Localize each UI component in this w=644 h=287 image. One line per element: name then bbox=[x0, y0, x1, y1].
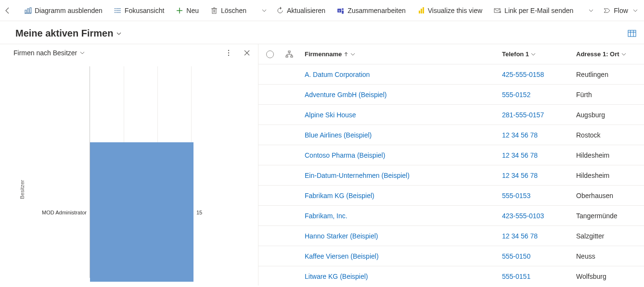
svg-rect-12 bbox=[212, 9, 216, 13]
teams-icon: T bbox=[337, 7, 345, 14]
phone-link[interactable]: 555-0152 bbox=[502, 91, 530, 99]
email-dropdown[interactable] bbox=[586, 2, 596, 19]
column-header-phone-text: Telefon 1 bbox=[502, 50, 529, 58]
flow-button[interactable]: Flow bbox=[598, 2, 643, 19]
table-row[interactable]: Fabrikam, Inc.423-555-0103Tangermünde bbox=[258, 206, 644, 226]
table-row[interactable]: Fabrikam KG (Beispiel)555-0153Oberhausen bbox=[258, 186, 644, 206]
chart-header: Firmen nach Besitzer bbox=[0, 44, 258, 57]
city-text: Hildesheim bbox=[576, 172, 609, 179]
chart-y-axis-label: Besitzer bbox=[19, 180, 25, 199]
sort-asc-icon bbox=[344, 52, 348, 57]
city-text: Hildesheim bbox=[576, 151, 609, 159]
email-link-label: Link per E-Mail senden bbox=[504, 7, 573, 14]
svg-rect-1 bbox=[27, 9, 29, 13]
account-name-link[interactable]: Contoso Pharma (Beispiel) bbox=[305, 151, 385, 159]
chart-selector[interactable]: Firmen nach Besitzer bbox=[13, 49, 85, 57]
visualize-label: Visualize this view bbox=[428, 7, 482, 14]
table-row[interactable]: Alpine Ski House281-555-0157Augsburg bbox=[258, 105, 644, 125]
phone-link[interactable]: 12 34 56 78 bbox=[502, 232, 538, 240]
column-header-telefon[interactable]: Telefon 1 bbox=[502, 50, 576, 58]
svg-rect-0 bbox=[25, 10, 26, 13]
column-header-name-text: Firmenname bbox=[305, 50, 342, 58]
chart-plot-area: Besitzer MOD Administrator 15 bbox=[24, 66, 258, 287]
chevron-down-icon bbox=[350, 52, 355, 57]
chart-pane: Firmen nach Besitzer Besitzer MOD Admini… bbox=[0, 44, 258, 286]
city-text: Oberhausen bbox=[576, 192, 613, 200]
phone-link[interactable]: 423-555-0103 bbox=[502, 212, 544, 220]
svg-point-19 bbox=[342, 8, 344, 10]
table-row[interactable]: A. Datum Corporation425-555-0158Reutling… bbox=[258, 64, 644, 85]
account-name-link[interactable]: Adventure GmbH (Beispiel) bbox=[305, 91, 386, 99]
phone-link[interactable]: 12 34 56 78 bbox=[502, 131, 538, 139]
collaborate-button[interactable]: T Zusammenarbeiten bbox=[332, 2, 411, 19]
view-header: Meine aktiven Firmen bbox=[0, 21, 644, 44]
account-name-link[interactable]: Fabrikam, Inc. bbox=[305, 212, 348, 220]
chevron-down-icon bbox=[80, 50, 85, 55]
chart-close-button[interactable] bbox=[244, 50, 250, 56]
select-all-circle-icon bbox=[266, 50, 274, 58]
phone-link[interactable]: 281-555-0157 bbox=[502, 111, 544, 119]
refresh-icon bbox=[276, 7, 284, 14]
city-text: Augsburg bbox=[576, 111, 605, 119]
table-row[interactable]: Contoso Pharma (Beispiel)12 34 56 78Hild… bbox=[258, 145, 644, 165]
table-row[interactable]: Kaffee Viersen (Beispiel)555-0150Neuss bbox=[258, 246, 644, 266]
account-name-link[interactable]: Hanno Starker (Beispiel) bbox=[305, 232, 378, 240]
delete-button[interactable]: Löschen bbox=[206, 2, 251, 19]
list-icon bbox=[114, 7, 122, 14]
account-name-link[interactable]: Alpine Ski House bbox=[305, 111, 356, 119]
command-bar: Diagramm ausblenden Fokusansicht Neu Lös… bbox=[0, 0, 644, 21]
svg-rect-2 bbox=[30, 8, 31, 13]
chevron-down-icon bbox=[116, 31, 122, 37]
new-button[interactable]: Neu bbox=[171, 2, 204, 19]
column-header-firmenname[interactable]: Firmenname bbox=[305, 50, 502, 58]
view-selector[interactable]: Meine aktiven Firmen bbox=[15, 28, 122, 39]
city-text: Salzgitter bbox=[576, 232, 604, 240]
table-row[interactable]: Hanno Starker (Beispiel)12 34 56 78Salzg… bbox=[258, 226, 644, 246]
phone-link[interactable]: 555-0150 bbox=[502, 252, 530, 260]
svg-rect-33 bbox=[288, 51, 290, 52]
table-row[interactable]: Ein-Datum-Unternehmen (Beispiel)12 34 56… bbox=[258, 165, 644, 186]
select-all-column[interactable] bbox=[266, 50, 285, 58]
flow-icon bbox=[603, 7, 611, 14]
grid-pane: Firmenname Telefon 1 Adresse 1: Ort A. D… bbox=[258, 44, 644, 286]
hierarchy-column[interactable] bbox=[285, 50, 305, 58]
visualize-button[interactable]: Visualize this view bbox=[412, 2, 487, 19]
delete-dropdown[interactable] bbox=[259, 2, 270, 19]
focus-view-label: Fokusansicht bbox=[125, 7, 164, 14]
svg-rect-34 bbox=[286, 56, 288, 57]
svg-point-7 bbox=[115, 8, 116, 9]
back-button[interactable] bbox=[4, 3, 12, 18]
account-name-link[interactable]: Litware KG (Beispiel) bbox=[305, 273, 368, 280]
account-name-link[interactable]: Blue Airlines (Beispiel) bbox=[305, 131, 372, 139]
chart-more-button[interactable] bbox=[225, 50, 232, 56]
chevron-down-icon bbox=[531, 52, 536, 57]
view-title-text: Meine aktiven Firmen bbox=[15, 28, 113, 39]
edit-columns-button[interactable] bbox=[628, 29, 636, 38]
chevron-down-icon bbox=[633, 8, 638, 13]
phone-link[interactable]: 555-0151 bbox=[502, 273, 530, 280]
svg-rect-21 bbox=[421, 9, 422, 13]
phone-link[interactable]: 12 34 56 78 bbox=[502, 172, 538, 179]
phone-link[interactable]: 12 34 56 78 bbox=[502, 151, 538, 159]
hide-diagram-button[interactable]: Diagramm ausblenden bbox=[19, 2, 107, 19]
chart-category-label: MOD Administrator bbox=[39, 210, 87, 215]
refresh-button[interactable]: Aktualisieren bbox=[271, 2, 330, 19]
focus-view-button[interactable]: Fokusansicht bbox=[109, 2, 169, 19]
more-vertical-icon bbox=[225, 50, 232, 56]
email-link-button[interactable]: Link per E-Mail senden bbox=[489, 2, 578, 19]
account-name-link[interactable]: Fabrikam KG (Beispiel) bbox=[305, 192, 374, 200]
table-row[interactable]: Blue Airlines (Beispiel)12 34 56 78Rosto… bbox=[258, 125, 644, 145]
chart-bar[interactable] bbox=[90, 142, 193, 282]
chart-title-text: Firmen nach Besitzer bbox=[13, 49, 77, 57]
phone-link[interactable]: 425-555-0158 bbox=[502, 71, 544, 78]
account-name-link[interactable]: Kaffee Viersen (Beispiel) bbox=[305, 252, 379, 260]
phone-link[interactable]: 555-0153 bbox=[502, 192, 530, 200]
table-row[interactable]: Adventure GmbH (Beispiel)555-0152Fürth bbox=[258, 85, 644, 105]
account-name-link[interactable]: A. Datum Corporation bbox=[305, 71, 370, 78]
hierarchy-icon bbox=[285, 50, 293, 58]
svg-rect-22 bbox=[423, 7, 424, 13]
city-text: Wolfsburg bbox=[576, 273, 606, 280]
account-name-link[interactable]: Ein-Datum-Unternehmen (Beispiel) bbox=[305, 172, 410, 179]
table-row[interactable]: Litware KG (Beispiel)555-0151Wolfsburg bbox=[258, 266, 644, 286]
column-header-ort[interactable]: Adresse 1: Ort bbox=[576, 50, 644, 58]
